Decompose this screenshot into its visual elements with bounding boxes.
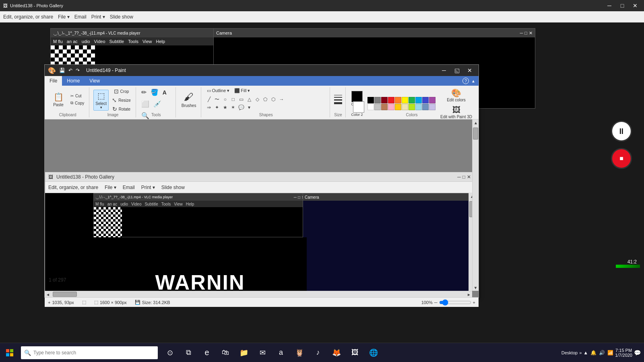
pencil-btn[interactable]: ✏ <box>140 87 148 97</box>
shape-rect[interactable]: □ <box>229 96 237 103</box>
edit-colors-btn[interactable]: 🎨 Edit colors <box>445 87 467 103</box>
paint-help-icon[interactable]: ? <box>462 78 469 84</box>
brushes-btn[interactable]: 🖌 Brushes <box>180 90 198 109</box>
taskbar-task-view-btn[interactable]: ⧉ <box>180 344 197 362</box>
shape-arrow[interactable]: → <box>278 96 285 103</box>
camera-close-bg[interactable]: ✕ <box>529 31 533 36</box>
shape-star6[interactable]: ✶ <box>229 104 237 111</box>
inner-pg-max[interactable]: □ <box>462 174 465 180</box>
paint-scrollbar-v[interactable]: ▲ ▼ <box>472 119 479 291</box>
pg-menu-file-bg[interactable]: File ▾ <box>58 14 70 20</box>
vlc-menu-an[interactable]: an ac <box>67 39 78 44</box>
paint-scroll-left[interactable]: ◄ <box>45 291 51 297</box>
color-swatch-17[interactable] <box>415 104 422 110</box>
ivlc-m[interactable]: M flu <box>95 202 104 206</box>
color-swatch-0[interactable] <box>367 97 374 103</box>
stop-record-btn[interactable]: ■ <box>611 148 632 169</box>
paint-redo-icon[interactable]: ↷ <box>76 68 80 73</box>
paint-scroll-right[interactable]: ► <box>466 291 472 297</box>
scroll-up-arrow[interactable]: ▲ <box>469 193 472 200</box>
color-swatch-1[interactable] <box>374 97 381 103</box>
taskbar-search-input[interactable] <box>33 350 155 356</box>
eraser-btn[interactable]: ⬜ <box>140 99 151 109</box>
ivlc-video[interactable]: Video <box>131 202 141 206</box>
color1-box[interactable] <box>351 91 363 102</box>
shape-star5[interactable]: ★ <box>221 104 229 111</box>
shape-pentagon[interactable]: ⬠ <box>262 96 269 103</box>
crop-btn[interactable]: ⊡ Crop <box>110 87 132 95</box>
start-button[interactable] <box>0 343 19 362</box>
camera-max-bg[interactable]: □ <box>524 31 527 36</box>
inner-pg-menu-slideshow[interactable]: Slide show <box>161 185 185 190</box>
pg-menu-slideshow-bg[interactable]: Slide show <box>110 14 133 20</box>
color-swatch-3[interactable] <box>388 97 394 103</box>
tray-network[interactable]: 📶 <box>607 350 613 356</box>
vlc-menu-tools[interactable]: Tools <box>128 39 138 44</box>
ivlc-view[interactable]: View <box>174 202 183 206</box>
vlc-menu-help[interactable]: Help <box>156 39 165 44</box>
color-swatch-6[interactable] <box>409 97 415 103</box>
paint-close-btn[interactable]: ✕ <box>464 65 475 76</box>
rotate-btn[interactable]: ↻ Rotate <box>110 105 132 113</box>
taskbar-store-icon[interactable]: 🛍 <box>217 344 234 362</box>
paint-tab-view[interactable]: View <box>85 76 105 86</box>
inner-pg-scrollbar-v[interactable]: ▲ ▼ <box>469 193 472 291</box>
paint-collapse-ribbon[interactable]: ▲ <box>471 79 475 83</box>
color-swatch-5[interactable] <box>402 97 408 103</box>
size-selector[interactable] <box>334 95 342 104</box>
vlc-menu-view[interactable]: View <box>142 39 152 44</box>
paint-tab-home[interactable]: Home <box>62 76 85 86</box>
ivlc-help[interactable]: Help <box>186 202 194 206</box>
taskbar-firefox-icon[interactable]: 🦊 <box>328 344 345 362</box>
paint-save-icon[interactable]: 💾 <box>59 68 65 73</box>
shape-roundrect[interactable]: ▭ <box>237 96 245 103</box>
paint-minimize-btn[interactable]: ─ <box>438 65 450 76</box>
taskbar-search-box[interactable]: 🔍 <box>21 346 158 359</box>
shape-oval[interactable]: ○ <box>221 96 229 103</box>
pg-menu-edit-bg[interactable]: Edit, organize, or share <box>3 14 53 20</box>
color-swatch-18[interactable] <box>422 104 429 110</box>
paint-canvas-area[interactable]: 🖼 Untitled138 - Photo Gallery ─ □ ✕ Edit… <box>45 119 472 291</box>
paint-hscroll-thumb[interactable] <box>53 292 77 297</box>
taskbar-mail-icon[interactable]: ✉ <box>254 344 271 362</box>
select-dropdown[interactable]: ▼ <box>99 106 103 109</box>
color-swatch-4[interactable] <box>395 97 401 103</box>
outline-btn[interactable]: ▭ Outline ▾ <box>205 87 231 94</box>
ivlc-subtitle[interactable]: Subtitle <box>144 202 158 206</box>
eyedropper-btn[interactable]: 💉 <box>152 99 163 109</box>
paint-vscroll-thumb[interactable] <box>473 128 478 140</box>
paint-scrollbar-h[interactable]: ◄ ► <box>45 291 472 297</box>
pg-close-btn[interactable]: ✕ <box>630 0 641 11</box>
inner-pg-min[interactable]: ─ <box>457 174 461 180</box>
paste-btn[interactable]: 📋 Paste <box>50 91 67 108</box>
color2-box[interactable] <box>353 101 364 113</box>
paint-scroll-down[interactable]: ▼ <box>473 284 479 291</box>
action-center-btn[interactable]: 💬 <box>634 350 641 356</box>
paint-tab-file[interactable]: File <box>45 76 62 86</box>
fill-shape-btn[interactable]: ⬛ Fill ▾ <box>233 87 252 94</box>
pg-menu-print-bg[interactable]: Print ▾ <box>91 14 105 20</box>
pg-minimize-btn[interactable]: ─ <box>604 0 615 11</box>
copy-btn[interactable]: ⧉ Copy <box>69 100 86 106</box>
color-swatch-11[interactable] <box>374 104 381 110</box>
inner-pg-close[interactable]: ✕ <box>467 174 471 180</box>
color-swatch-8[interactable] <box>422 97 429 103</box>
color-swatch-16[interactable] <box>409 104 415 110</box>
taskbar-edge-icon[interactable]: e <box>198 344 216 362</box>
fill-btn[interactable]: 🪣 <box>149 87 160 97</box>
taskbar-chevron[interactable]: » <box>579 350 582 355</box>
inner-pg-menu-print[interactable]: Print ▾ <box>141 185 155 190</box>
tray-volume[interactable]: 🔊 <box>599 350 605 356</box>
zoom-out-btn[interactable]: ─ <box>434 300 438 305</box>
taskbar-clock[interactable]: 7:15 PM 1/7/2020 <box>615 348 632 358</box>
pg-menu-email-bg[interactable]: Email <box>74 14 87 20</box>
taskbar-explorer-icon[interactable]: 📁 <box>235 344 253 362</box>
paint-scroll-up[interactable]: ▲ <box>473 119 479 126</box>
paint-restore-btn[interactable]: ◱ <box>451 65 462 76</box>
color-swatch-14[interactable] <box>395 104 401 110</box>
ivlc-an[interactable]: an ac <box>107 202 117 206</box>
taskbar-amazon-icon[interactable]: a <box>272 344 290 362</box>
color-swatch-7[interactable] <box>415 97 422 103</box>
scroll-thumb-v[interactable] <box>469 201 472 217</box>
taskbar-photos-icon[interactable]: 🖼 <box>346 344 364 362</box>
